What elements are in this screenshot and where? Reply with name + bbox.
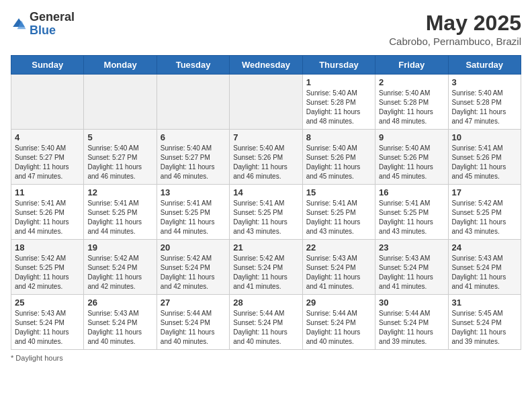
calendar-body: 1Sunrise: 5:40 AM Sunset: 5:28 PM Daylig… <box>11 75 521 350</box>
day-detail: Sunrise: 5:44 AM Sunset: 5:24 PM Dayligh… <box>306 309 371 347</box>
calendar-cell: 22Sunrise: 5:43 AM Sunset: 5:24 PM Dayli… <box>302 240 375 295</box>
day-detail: Sunrise: 5:40 AM Sunset: 5:28 PM Dayligh… <box>379 89 444 126</box>
day-number: 19 <box>87 242 152 253</box>
day-detail: Sunrise: 5:42 AM Sunset: 5:24 PM Dayligh… <box>233 254 298 291</box>
day-number: 11 <box>15 187 80 197</box>
footer-note: * Daylight hours <box>11 354 521 362</box>
calendar-cell: 9Sunrise: 5:40 AM Sunset: 5:26 PM Daylig… <box>375 130 448 185</box>
day-detail: Sunrise: 5:40 AM Sunset: 5:26 PM Dayligh… <box>233 144 298 181</box>
day-number: 17 <box>452 187 517 197</box>
calendar-cell: 28Sunrise: 5:44 AM Sunset: 5:24 PM Dayli… <box>230 295 302 350</box>
day-detail: Sunrise: 5:44 AM Sunset: 5:24 PM Dayligh… <box>379 309 444 347</box>
day-detail: Sunrise: 5:44 AM Sunset: 5:24 PM Dayligh… <box>161 309 226 347</box>
calendar-week-row: 11Sunrise: 5:41 AM Sunset: 5:26 PM Dayli… <box>11 185 521 240</box>
day-detail: Sunrise: 5:43 AM Sunset: 5:24 PM Dayligh… <box>306 254 371 291</box>
day-detail: Sunrise: 5:41 AM Sunset: 5:25 PM Dayligh… <box>379 199 444 236</box>
day-of-week-header: Friday <box>375 56 448 75</box>
calendar-cell: 29Sunrise: 5:44 AM Sunset: 5:24 PM Dayli… <box>302 295 375 350</box>
day-number: 10 <box>452 132 517 142</box>
day-number: 31 <box>452 298 517 308</box>
day-detail: Sunrise: 5:40 AM Sunset: 5:26 PM Dayligh… <box>306 144 371 181</box>
title-block: May 2025 Cabrobo, Pernambuco, Brazil <box>389 11 521 47</box>
calendar-cell: 3Sunrise: 5:40 AM Sunset: 5:28 PM Daylig… <box>448 75 521 130</box>
calendar-cell: 6Sunrise: 5:40 AM Sunset: 5:27 PM Daylig… <box>157 130 229 185</box>
calendar-cell: 21Sunrise: 5:42 AM Sunset: 5:24 PM Dayli… <box>230 240 302 295</box>
day-detail: Sunrise: 5:41 AM Sunset: 5:26 PM Dayligh… <box>15 199 80 236</box>
calendar-week-row: 1Sunrise: 5:40 AM Sunset: 5:28 PM Daylig… <box>11 75 521 130</box>
day-of-week-header: Saturday <box>448 56 521 75</box>
day-detail: Sunrise: 5:40 AM Sunset: 5:28 PM Dayligh… <box>452 89 517 126</box>
calendar-cell: 26Sunrise: 5:43 AM Sunset: 5:24 PM Dayli… <box>84 295 157 350</box>
page-header: General Blue May 2025 Cabrobo, Pernambuc… <box>11 11 521 47</box>
calendar-cell: 17Sunrise: 5:42 AM Sunset: 5:25 PM Dayli… <box>448 185 521 240</box>
day-number: 14 <box>233 187 298 197</box>
day-detail: Sunrise: 5:40 AM Sunset: 5:26 PM Dayligh… <box>379 144 444 181</box>
calendar-cell: 1Sunrise: 5:40 AM Sunset: 5:28 PM Daylig… <box>302 75 375 130</box>
day-detail: Sunrise: 5:45 AM Sunset: 5:24 PM Dayligh… <box>452 309 517 347</box>
daylight-label: Daylight hours <box>15 354 62 362</box>
day-of-week-header: Monday <box>84 56 157 75</box>
day-number: 28 <box>233 298 298 308</box>
calendar-cell: 15Sunrise: 5:41 AM Sunset: 5:25 PM Dayli… <box>302 185 375 240</box>
calendar-cell: 31Sunrise: 5:45 AM Sunset: 5:24 PM Dayli… <box>448 295 521 350</box>
calendar-cell: 4Sunrise: 5:40 AM Sunset: 5:27 PM Daylig… <box>11 130 84 185</box>
day-number: 23 <box>379 242 444 253</box>
day-number: 26 <box>87 298 152 308</box>
logo-text: General Blue <box>30 11 75 38</box>
day-number: 6 <box>161 132 226 142</box>
calendar-header: SundayMondayTuesdayWednesdayThursdayFrid… <box>11 56 521 75</box>
day-number: 16 <box>379 187 444 197</box>
day-number: 9 <box>379 132 444 142</box>
day-number: 25 <box>15 298 80 308</box>
calendar-table: SundayMondayTuesdayWednesdayThursdayFrid… <box>11 55 521 350</box>
day-number: 30 <box>379 298 444 308</box>
day-number: 1 <box>306 77 371 87</box>
logo: General Blue <box>11 11 75 38</box>
calendar-cell: 5Sunrise: 5:40 AM Sunset: 5:27 PM Daylig… <box>84 130 157 185</box>
logo-blue: Blue <box>30 24 75 38</box>
calendar-week-row: 18Sunrise: 5:42 AM Sunset: 5:25 PM Dayli… <box>11 240 521 295</box>
calendar-cell <box>84 75 157 130</box>
day-number: 15 <box>306 187 371 197</box>
calendar-cell: 8Sunrise: 5:40 AM Sunset: 5:26 PM Daylig… <box>302 130 375 185</box>
day-number: 12 <box>87 187 152 197</box>
calendar-cell <box>230 75 302 130</box>
day-of-week-header: Tuesday <box>157 56 229 75</box>
day-detail: Sunrise: 5:42 AM Sunset: 5:25 PM Dayligh… <box>15 254 80 291</box>
day-number: 21 <box>233 242 298 253</box>
day-of-week-header: Sunday <box>11 56 84 75</box>
day-number: 13 <box>161 187 226 197</box>
calendar-cell: 7Sunrise: 5:40 AM Sunset: 5:26 PM Daylig… <box>230 130 302 185</box>
calendar-cell: 19Sunrise: 5:42 AM Sunset: 5:24 PM Dayli… <box>84 240 157 295</box>
calendar-cell: 25Sunrise: 5:43 AM Sunset: 5:24 PM Dayli… <box>11 295 84 350</box>
days-of-week-row: SundayMondayTuesdayWednesdayThursdayFrid… <box>11 56 521 75</box>
day-of-week-header: Thursday <box>302 56 375 75</box>
day-detail: Sunrise: 5:41 AM Sunset: 5:25 PM Dayligh… <box>161 199 226 236</box>
day-detail: Sunrise: 5:43 AM Sunset: 5:24 PM Dayligh… <box>379 254 444 291</box>
calendar-cell: 13Sunrise: 5:41 AM Sunset: 5:25 PM Dayli… <box>157 185 229 240</box>
day-number: 29 <box>306 298 371 308</box>
calendar-cell: 2Sunrise: 5:40 AM Sunset: 5:28 PM Daylig… <box>375 75 448 130</box>
month-year: May 2025 <box>389 11 521 36</box>
logo-general: General <box>30 11 75 24</box>
calendar-cell <box>11 75 84 130</box>
day-number: 8 <box>306 132 371 142</box>
calendar-cell: 23Sunrise: 5:43 AM Sunset: 5:24 PM Dayli… <box>375 240 448 295</box>
calendar-cell: 12Sunrise: 5:41 AM Sunset: 5:25 PM Dayli… <box>84 185 157 240</box>
day-detail: Sunrise: 5:43 AM Sunset: 5:24 PM Dayligh… <box>15 309 80 347</box>
calendar-cell: 20Sunrise: 5:42 AM Sunset: 5:24 PM Dayli… <box>157 240 229 295</box>
day-detail: Sunrise: 5:40 AM Sunset: 5:27 PM Dayligh… <box>161 144 226 181</box>
calendar-cell: 27Sunrise: 5:44 AM Sunset: 5:24 PM Dayli… <box>157 295 229 350</box>
calendar-week-row: 25Sunrise: 5:43 AM Sunset: 5:24 PM Dayli… <box>11 295 521 350</box>
location: Cabrobo, Pernambuco, Brazil <box>389 36 521 47</box>
day-detail: Sunrise: 5:41 AM Sunset: 5:26 PM Dayligh… <box>452 144 517 181</box>
calendar-cell: 30Sunrise: 5:44 AM Sunset: 5:24 PM Dayli… <box>375 295 448 350</box>
day-detail: Sunrise: 5:42 AM Sunset: 5:24 PM Dayligh… <box>161 254 226 291</box>
day-number: 5 <box>87 132 152 142</box>
day-detail: Sunrise: 5:43 AM Sunset: 5:24 PM Dayligh… <box>452 254 517 291</box>
day-detail: Sunrise: 5:41 AM Sunset: 5:25 PM Dayligh… <box>87 199 152 236</box>
day-detail: Sunrise: 5:44 AM Sunset: 5:24 PM Dayligh… <box>233 309 298 347</box>
day-detail: Sunrise: 5:40 AM Sunset: 5:28 PM Dayligh… <box>306 89 371 126</box>
day-detail: Sunrise: 5:41 AM Sunset: 5:25 PM Dayligh… <box>233 199 298 236</box>
day-detail: Sunrise: 5:42 AM Sunset: 5:25 PM Dayligh… <box>452 199 517 236</box>
